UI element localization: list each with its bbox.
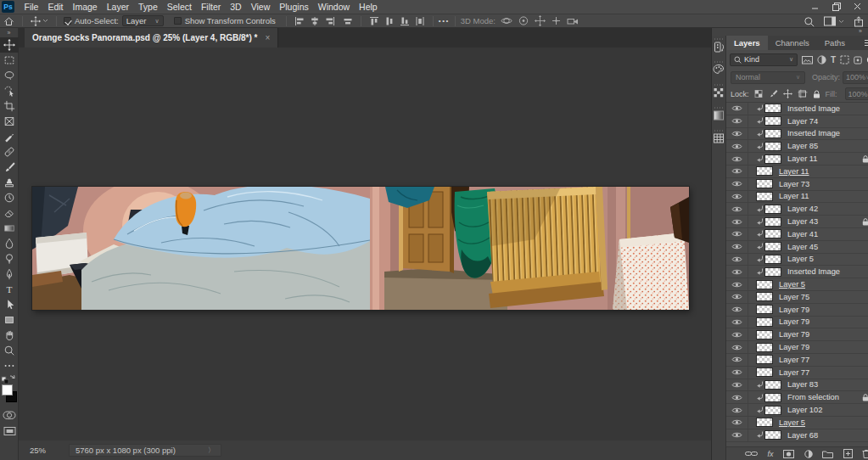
layer-row[interactable]: Layer 11 (726, 191, 868, 204)
3d-orbit-icon[interactable] (501, 15, 512, 26)
layer-name[interactable]: Layer 45 (787, 243, 818, 251)
layer-name[interactable]: Layer 83 (787, 380, 818, 389)
layer-name[interactable]: Layer 77 (779, 356, 809, 364)
more-options-icon[interactable]: ••• (439, 17, 450, 25)
layer-row[interactable]: Layer 75 (726, 291, 868, 304)
foreground-background-swatches[interactable] (0, 384, 19, 407)
layer-style-icon[interactable]: fx (768, 450, 774, 458)
lasso-tool[interactable] (0, 68, 19, 83)
spot-healing-brush-tool[interactable] (0, 144, 19, 160)
default-colors-icon[interactable] (0, 373, 19, 384)
layer-row[interactable]: Layer 74 (726, 115, 868, 128)
visibility-eye-icon[interactable] (726, 153, 748, 165)
layer-thumbnail[interactable] (756, 192, 773, 201)
layer-thumbnail[interactable] (764, 205, 781, 214)
layer-thumbnail[interactable] (764, 406, 781, 415)
layer-name[interactable]: Layer 42 (787, 205, 818, 213)
layer-name[interactable]: Layer 43 (787, 217, 818, 226)
crop-tool[interactable] (0, 98, 19, 114)
menu-view[interactable]: View (246, 0, 275, 14)
layer-name[interactable]: Layer 5 (779, 418, 805, 427)
layer-thumbnail[interactable] (764, 229, 781, 238)
visibility-eye-icon[interactable] (726, 417, 748, 429)
visibility-eye-icon[interactable] (726, 341, 748, 353)
layer-row[interactable]: Layer 85 (726, 140, 868, 153)
tab-layers[interactable]: Layers (726, 36, 768, 50)
layer-thumbnail[interactable] (764, 242, 781, 251)
layer-thumbnail[interactable] (756, 305, 773, 314)
layer-row[interactable]: Layer 11 (726, 153, 868, 165)
adjustment-layer-icon[interactable] (804, 450, 813, 458)
layer-thumbnail[interactable] (756, 355, 773, 364)
menu-type[interactable]: Type (133, 0, 162, 14)
menu-filter[interactable]: Filter (196, 0, 225, 14)
visibility-eye-icon[interactable] (726, 278, 748, 290)
menu-file[interactable]: File (20, 0, 43, 14)
panel-collapse-icon[interactable]: » (712, 28, 868, 36)
filter-kind-dropdown[interactable]: Kind ∨ (730, 53, 798, 66)
distribute-horizontal-icon[interactable] (343, 16, 353, 26)
close-button[interactable] (847, 0, 868, 13)
color-panel-icon[interactable] (712, 59, 725, 82)
history-brush-tool[interactable] (0, 190, 19, 205)
filter-type-layers-icon[interactable]: T (831, 55, 836, 65)
status-chevron-icon[interactable]: 〉 (208, 446, 215, 455)
filter-shape-layers-icon[interactable] (840, 55, 849, 65)
layer-name[interactable]: Layer 85 (787, 142, 818, 150)
layer-name[interactable]: From selection (787, 393, 839, 401)
layer-row[interactable]: Layer 41 (726, 228, 868, 241)
visibility-eye-icon[interactable] (726, 115, 748, 127)
layer-name[interactable]: Layer 77 (779, 368, 809, 377)
visibility-eye-icon[interactable] (726, 165, 748, 177)
lock-pixels-icon[interactable] (769, 89, 778, 98)
layer-name[interactable]: Layer 11 (787, 154, 818, 163)
layer-row[interactable]: Layer 5 (726, 417, 868, 429)
canvas-artwork[interactable] (32, 187, 689, 310)
layer-row[interactable]: Inserted Image (726, 128, 868, 141)
search-icon[interactable] (804, 16, 815, 27)
tab-channels[interactable]: Channels (768, 36, 817, 50)
visibility-eye-icon[interactable] (726, 328, 748, 340)
layer-name[interactable]: Layer 11 (779, 167, 809, 176)
3d-pan-icon[interactable] (535, 15, 546, 26)
menu-window[interactable]: Window (313, 0, 354, 14)
visibility-eye-icon[interactable] (726, 254, 748, 266)
layer-name[interactable]: Layer 41 (787, 230, 818, 238)
lock-position-icon[interactable] (783, 89, 792, 98)
3d-dolly-camera-icon[interactable] (567, 16, 580, 26)
panel-menu-icon[interactable] (864, 36, 868, 50)
layer-thumbnail[interactable] (764, 116, 781, 126)
layer-thumbnail[interactable] (764, 142, 781, 151)
hand-tool[interactable] (0, 328, 19, 343)
layer-name[interactable]: Layer 75 (779, 293, 809, 301)
visibility-eye-icon[interactable] (726, 379, 748, 391)
visibility-eye-icon[interactable] (726, 203, 748, 215)
visibility-eye-icon[interactable] (726, 404, 748, 416)
menu-select[interactable]: Select (162, 0, 196, 14)
layer-name[interactable]: Inserted Image (787, 267, 840, 276)
filter-pixel-layers-icon[interactable] (802, 55, 813, 65)
filter-smart-objects-icon[interactable] (854, 55, 862, 65)
layer-thumbnail[interactable] (756, 418, 773, 427)
visibility-eye-icon[interactable] (726, 304, 748, 316)
visibility-eye-icon[interactable] (726, 191, 748, 203)
visibility-eye-icon[interactable] (726, 391, 748, 403)
layer-thumbnail[interactable] (756, 280, 773, 289)
layer-row[interactable]: Layer 77 (726, 367, 868, 379)
layer-thumbnail[interactable] (756, 330, 773, 339)
distribute-spacing-icon[interactable] (415, 16, 425, 26)
canvas-pasteboard[interactable] (19, 48, 711, 440)
toolbar-overflow-icon[interactable]: » (0, 28, 18, 37)
quick-mask-button[interactable] (0, 407, 19, 423)
layer-row[interactable]: Layer 5 (726, 278, 868, 291)
frame-tool[interactable] (0, 114, 19, 129)
layer-row[interactable]: Layer 102 (726, 404, 868, 417)
dodge-tool[interactable] (0, 251, 19, 266)
visibility-eye-icon[interactable] (726, 241, 748, 253)
layer-name[interactable]: Layer 79 (779, 317, 809, 326)
edit-toolbar-tool[interactable] (0, 358, 19, 373)
layer-row[interactable]: Layer 79 (726, 328, 868, 341)
layer-thumbnail[interactable] (764, 104, 781, 113)
swatches-panel-icon[interactable] (712, 82, 725, 105)
eyedropper-tool[interactable] (0, 129, 19, 144)
